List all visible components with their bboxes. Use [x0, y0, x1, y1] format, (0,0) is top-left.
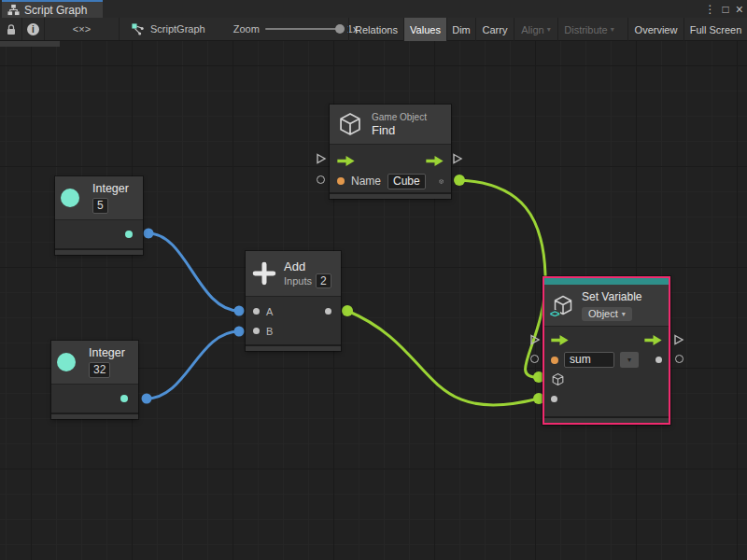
overview-button[interactable]: Overview	[627, 18, 684, 41]
value-input-port-b[interactable]	[253, 328, 260, 334]
zoom-control: Zoom 1x	[226, 18, 366, 40]
full-screen-button[interactable]: Full Screen	[684, 18, 747, 41]
node-integer-32[interactable]: Integer 32	[51, 341, 138, 419]
script-graph-window: Script Graph ⋮ □ × i <×>	[0, 0, 747, 560]
flow-input-port[interactable]	[316, 153, 327, 164]
gameobject-output-icon[interactable]	[439, 175, 444, 189]
canvas-corner-strip	[0, 41, 60, 47]
zoom-slider-knob[interactable]	[335, 24, 345, 34]
script-graph-icon	[131, 22, 145, 36]
value-output-port[interactable]	[655, 357, 662, 363]
port-label: B	[266, 326, 273, 337]
flow-output-arrow-icon[interactable]	[426, 156, 444, 166]
node-category: Game Object	[372, 112, 427, 123]
graph-canvas[interactable]: Integer 5 Integer 32	[0, 41, 747, 560]
variable-name-input-port[interactable]	[551, 357, 558, 364]
wire-endpoint[interactable]	[454, 175, 465, 186]
flow-input-arrow-icon[interactable]	[337, 156, 355, 166]
inputs-count-field[interactable]: 2	[316, 273, 331, 288]
gameobject-cube-icon	[337, 111, 363, 137]
value-output-port[interactable]	[675, 355, 684, 363]
tab-bar: Script Graph ⋮ □ ×	[0, 0, 747, 18]
value-input-port[interactable]	[317, 175, 325, 184]
zoom-label: Zoom	[233, 23, 260, 35]
node-title: Add	[284, 259, 331, 273]
code-view-icon: <×>	[73, 23, 91, 35]
tab-script-graph[interactable]: Script Graph	[2, 0, 103, 18]
window-maximize-icon[interactable]: □	[723, 3, 729, 16]
wire-endpoint[interactable]	[142, 394, 152, 404]
info-icon: i	[27, 23, 39, 35]
port-label: A	[266, 306, 273, 317]
node-integer-5[interactable]: Integer 5	[55, 176, 143, 255]
variable-code-icon: <>	[549, 310, 560, 319]
name-input-field[interactable]: Cube	[388, 174, 426, 189]
integer-value-field[interactable]: 5	[92, 198, 108, 214]
chevron-down-icon: ▾	[627, 356, 631, 364]
dim-button[interactable]: Dim	[446, 18, 475, 41]
variable-name-field[interactable]: sum	[564, 352, 614, 368]
value-output-port[interactable]	[120, 395, 128, 402]
toolbar-buttons: Relations Values Dim Carry Align▾ Distri…	[348, 18, 747, 41]
value-output-port[interactable]	[325, 308, 331, 315]
wire-endpoint[interactable]	[234, 306, 245, 316]
window-menu-icon[interactable]: ⋮	[705, 3, 716, 16]
relations-button[interactable]: Relations	[348, 18, 403, 41]
node-title: Integer	[89, 346, 125, 360]
info-button[interactable]: i	[22, 18, 45, 40]
node-title: Integer	[92, 182, 129, 196]
code-view-button[interactable]: <×>	[45, 18, 120, 40]
wire-endpoint[interactable]	[342, 305, 353, 316]
flow-input-port[interactable]	[529, 334, 541, 345]
chevron-down-icon: ▾	[611, 25, 614, 34]
flow-output-port[interactable]	[452, 153, 463, 164]
graph-reference[interactable]: ScriptGraph	[123, 18, 213, 40]
value-input-port[interactable]	[551, 396, 557, 402]
flow-output-arrow-icon[interactable]	[644, 335, 662, 345]
chevron-down-icon: ▾	[622, 308, 626, 320]
flow-output-port[interactable]	[673, 334, 684, 345]
node-title: Find	[372, 123, 427, 137]
set-variable-icon: <>	[552, 294, 574, 316]
graph-toolbar: i <×> ScriptGraph Zoom 1x Relations Valu…	[0, 18, 747, 41]
graph-reference-label: ScriptGraph	[150, 23, 205, 35]
wire-endpoint[interactable]	[234, 327, 245, 337]
wire-endpoint[interactable]	[144, 229, 154, 239]
integer-literal-icon	[57, 353, 76, 371]
integer-literal-icon	[61, 189, 79, 207]
carry-button[interactable]: Carry	[475, 18, 514, 41]
align-button[interactable]: Align▾	[514, 18, 557, 41]
value-input-port-a[interactable]	[253, 308, 260, 315]
wire-add-to-setvariable-value[interactable]	[347, 311, 539, 405]
tab-title: Script Graph	[24, 4, 87, 17]
add-icon	[252, 261, 276, 286]
wire-integer32-to-add-b[interactable]	[147, 331, 239, 399]
values-button[interactable]: Values	[403, 18, 446, 41]
lock-button[interactable]	[0, 18, 22, 40]
lock-icon	[6, 23, 17, 35]
param-label: Name	[351, 175, 381, 188]
value-output-port[interactable]	[125, 231, 133, 238]
distribute-button[interactable]: Distribute▾	[557, 18, 620, 41]
string-input-port[interactable]	[337, 177, 345, 185]
flow-input-arrow-icon[interactable]	[551, 335, 569, 345]
wire-integer5-to-add-a[interactable]	[148, 233, 239, 311]
variable-kind-dropdown[interactable]: Object ▾	[582, 307, 632, 321]
node-add[interactable]: Add Inputs 2 A B	[246, 251, 341, 351]
wire-find-to-setvariable-object[interactable]	[459, 180, 545, 377]
window-close-icon[interactable]: ×	[736, 2, 743, 17]
variable-name-dropdown-button[interactable]: ▾	[620, 352, 639, 368]
gameobject-target-port[interactable]	[551, 372, 565, 386]
graph-hierarchy-icon	[7, 4, 20, 16]
inputs-label: Inputs	[284, 275, 312, 287]
node-title: Set Variable	[582, 290, 641, 304]
integer-value-field[interactable]: 32	[89, 362, 110, 378]
node-set-variable[interactable]: <> Set Variable Object ▾	[543, 276, 670, 425]
value-input-port[interactable]	[530, 355, 539, 363]
variable-kind-strip	[544, 278, 669, 285]
chevron-down-icon: ▾	[547, 25, 551, 34]
node-gameobject-find[interactable]: Game Object Find Name Cube	[330, 105, 451, 199]
zoom-slider[interactable]	[265, 28, 342, 30]
